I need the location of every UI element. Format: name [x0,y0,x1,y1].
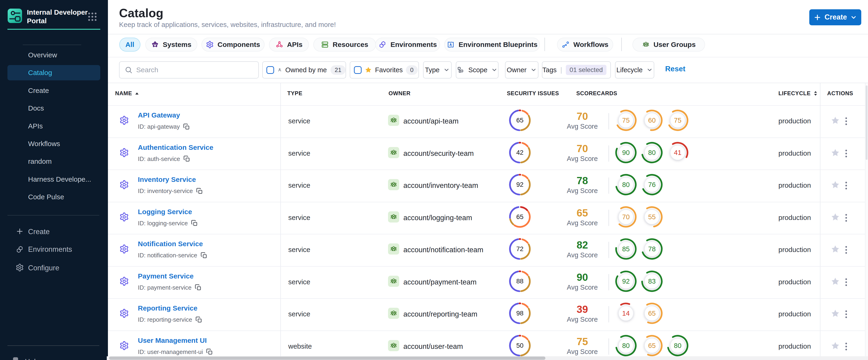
svg-text:65: 65 [648,309,655,317]
svg-text:70: 70 [622,213,630,221]
svg-text:55: 55 [648,213,655,221]
svg-text:72: 72 [516,245,523,253]
svg-text:41: 41 [674,149,681,156]
svg-text:92: 92 [622,277,630,285]
svg-text:80: 80 [622,342,630,349]
svg-text:65: 65 [516,213,523,220]
svg-text:80: 80 [648,149,655,156]
svg-text:42: 42 [516,149,523,156]
svg-text:65: 65 [516,117,523,124]
svg-text:60: 60 [648,117,655,124]
svg-text:65: 65 [648,342,655,349]
svg-text:88: 88 [516,277,523,285]
svg-text:90: 90 [622,149,630,156]
svg-text:98: 98 [516,310,523,317]
svg-text:14: 14 [622,309,630,317]
svg-text:78: 78 [648,245,655,253]
svg-text:75: 75 [622,117,630,124]
svg-text:50: 50 [516,342,523,349]
svg-text:80: 80 [674,342,681,349]
svg-text:83: 83 [648,277,655,285]
svg-text:92: 92 [516,181,523,188]
svg-text:85: 85 [622,245,630,253]
svg-text:80: 80 [622,181,630,188]
svg-text:76: 76 [648,181,655,188]
svg-text:75: 75 [674,117,681,124]
